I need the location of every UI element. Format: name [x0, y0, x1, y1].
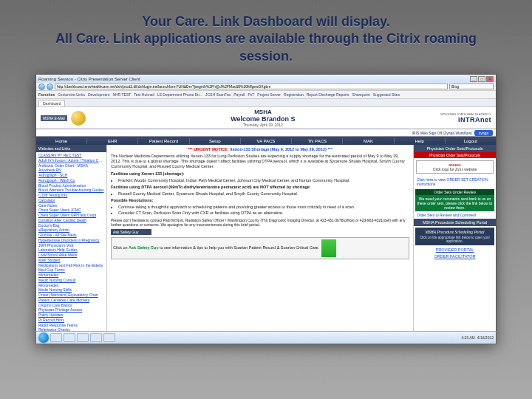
forward-button[interactable] — [47, 83, 53, 90]
org-name: MSHA — [86, 109, 440, 115]
notice-bul1: Franklin Woods Community Hospital, India… — [118, 178, 409, 183]
sidebar-link[interactable]: Physician Privilege Access — [38, 307, 104, 313]
sidebar-link[interactable]: eRepository Admin — [38, 228, 104, 233]
favorite-link[interactable]: NHR TEST — [112, 92, 131, 97]
iris-signoff-button[interactable]: zynga — [474, 130, 493, 136]
sidebar-link[interactable]: Calculator — [38, 198, 104, 203]
order-sets-review-link[interactable]: Order Sets to Review and Comment — [417, 213, 476, 217]
favorite-link[interactable]: LS Department Phone Dir... — [157, 92, 202, 97]
favorite-link[interactable]: Payroll — [233, 92, 245, 97]
sidebar-link[interactable]: Pt Record Hints — [38, 318, 104, 323]
sidebar-link[interactable]: Medic Nursing Consult — [38, 278, 104, 283]
sidebar-link[interactable]: C Diff Testing Info — [38, 193, 104, 198]
nav-mak[interactable]: MAK — [343, 138, 394, 144]
nav-patient-record[interactable]: Patient Record — [138, 138, 189, 144]
sidebar-link[interactable]: Astrograph - Wash Co — [38, 178, 104, 183]
sidebar-link[interactable]: Ostomy Care Basics — [38, 303, 104, 308]
sidebar-link[interactable]: Medic Nursing Skills — [38, 287, 104, 293]
notice-sub1: Facilities using Xenon-133 (shortage): — [111, 171, 184, 176]
search-box[interactable]: Bing — [449, 83, 494, 89]
nav-tn-pacs[interactable]: TN PACS — [292, 138, 343, 144]
nav-home[interactable]: Home — [36, 138, 87, 144]
sidebar-link[interactable]: CLASS/RV PT REC TEST — [38, 153, 104, 158]
sidebar-link[interactable]: JMH Physician's Visit — [38, 243, 104, 248]
browser-window: Roaming Session - Citrix Presentation Se… — [35, 74, 497, 344]
nav-va-pacs[interactable]: VA PACS — [241, 138, 292, 144]
favorite-link[interactable]: Suggested Sites — [373, 92, 400, 97]
sidebar-link[interactable]: Antibiotic Order Chart - MSHA — [38, 163, 104, 168]
resolutions-head: Possible Resolutions: — [111, 198, 153, 202]
sidebar-link[interactable]: Med Cup Forms — [38, 267, 104, 273]
sidebar-link[interactable]: Donation After Cardiac Death — [38, 218, 104, 223]
taskbar-explorer-icon[interactable] — [64, 333, 75, 342]
browser-tab[interactable]: Dashboard — [38, 100, 65, 106]
taskbar-app-icon-2[interactable] — [103, 333, 115, 342]
safety-guy-icon — [321, 239, 336, 257]
sidebar-link[interactable]: Chest Super Users JCMC — [38, 208, 104, 213]
order-facilitator-link[interactable]: ORDER FACILITATOR — [414, 254, 496, 259]
sidebar-link[interactable]: Onset (Narcotics) Equivalency Chart — [38, 293, 104, 298]
slide-title-line1: Your Care. Link Dashboard will display. — [30, 13, 502, 30]
header-date: Thursday, April 19, 2012 — [86, 123, 440, 127]
taskbar-app-icon[interactable] — [90, 333, 102, 342]
brand-logo: INTRAnet — [440, 116, 491, 123]
nav-logout[interactable]: Logout — [446, 138, 496, 144]
email-label[interactable]: MSHA E-Mail — [41, 115, 67, 121]
sidebar-link[interactable]: Chest Super Users GRH and Outpt — [38, 213, 104, 218]
ask-safety-link[interactable]: Ask Safety Guy — [129, 245, 158, 250]
sidebar-link[interactable]: Patient Centered Care Moment — [38, 298, 104, 303]
maximize-button[interactable]: □ — [478, 76, 485, 82]
provider-portal-link[interactable]: PROVIDER PORTAL — [414, 248, 496, 252]
favorite-link[interactable]: Project Server — [257, 92, 281, 97]
nav-help[interactable]: Help — [395, 138, 446, 144]
sidebar-link[interactable]: Astrograph - SCH — [38, 173, 104, 178]
sidebar-link[interactable]: Blood Product Administration — [38, 183, 104, 188]
favorite-link[interactable]: PsT — [248, 92, 254, 97]
close-button[interactable]: × — [486, 76, 494, 82]
windows-taskbar: 4:23 AM 4/16/2012 — [35, 331, 497, 344]
system-tray[interactable]: 4:23 AM 4/16/2012 — [461, 335, 494, 340]
scheduling-portal-box: MSHA Procedure Scheduling Portal Click o… — [415, 228, 494, 245]
favorite-link[interactable]: Development — [88, 92, 109, 97]
notice-bul2: Russell County Medical Center, Sycamore … — [118, 191, 409, 197]
sidebar-link[interactable]: Care Notes — [38, 203, 104, 208]
back-button[interactable] — [38, 83, 45, 90]
orderset-howto-link[interactable]: Click here to view ORDER SET CREATION in… — [417, 177, 488, 186]
favorite-link[interactable]: Favorites — [38, 92, 55, 97]
sidebar-link[interactable]: Micromedex — [38, 273, 104, 278]
nav-ehr[interactable]: EHR — [87, 138, 138, 144]
sidebar-heading: Websites and Links — [36, 145, 106, 152]
favorite-link[interactable]: Registration — [284, 92, 304, 97]
sidebar-link[interactable]: Hypertensive Disorders in Pregnancy — [38, 238, 104, 243]
favorite-link[interactable]: Customize Links — [58, 92, 85, 97]
sidebar-link[interactable]: Doctor's Bag — [38, 223, 104, 228]
nav-setup[interactable]: Setup — [190, 138, 241, 144]
portal-title: MSHA Procedure Scheduling Portal — [417, 230, 492, 234]
sidebar-link[interactable]: Policy Updates — [38, 313, 104, 318]
sidebar-link[interactable]: Adult IV Infusion / Admin / Titration Ch… — [38, 158, 104, 163]
sidebar-link[interactable]: MAK Student — [38, 258, 104, 263]
org-logo-icon[interactable] — [71, 111, 86, 126]
ask-pre: Click on — [113, 245, 129, 250]
window-title: Roaming Session - Citrix Presentation Se… — [38, 77, 140, 81]
minimize-button[interactable]: _ — [470, 76, 477, 82]
favorite-link[interactable]: Report Discharge Reports — [307, 92, 349, 97]
sidebar-link[interactable]: Rapid Response Teams — [38, 323, 104, 328]
urgent-label: *** URGENT NOTICE: — [188, 147, 228, 151]
favorite-link[interactable]: JCSH ScanFax — [205, 92, 231, 97]
sidebar-link[interactable]: Medications and Fall Risk in the Elderly — [38, 263, 104, 268]
favorite-link[interactable]: Sharepoint — [352, 92, 370, 97]
favorite-link[interactable]: Test Hotmail — [134, 92, 154, 97]
sidebar-link[interactable]: Glucose - All Site Meds — [38, 233, 104, 238]
order-sets-review-body: We need your comments sent back to us on… — [417, 197, 493, 210]
start-button[interactable] — [38, 332, 49, 343]
sidebar-link[interactable]: Laboratory Help Guides — [38, 248, 104, 253]
sidebar-link[interactable]: Blood Warmers Troubleshooting Guides — [38, 188, 104, 193]
taskbar-media-icon[interactable] — [77, 333, 89, 342]
taskbar-ie-icon[interactable] — [50, 333, 62, 342]
address-bar[interactable]: http://dashboard.enwhealthcare.net/dsh/p… — [55, 83, 448, 89]
sidebar-link[interactable]: Anywhere RN — [38, 168, 104, 173]
sidebar-link[interactable]: Micromedex — [38, 283, 104, 288]
sidebar-link[interactable]: Look/Sound Alike Meds — [38, 253, 104, 258]
welcome-user: Welcome Brandon S — [86, 115, 440, 123]
